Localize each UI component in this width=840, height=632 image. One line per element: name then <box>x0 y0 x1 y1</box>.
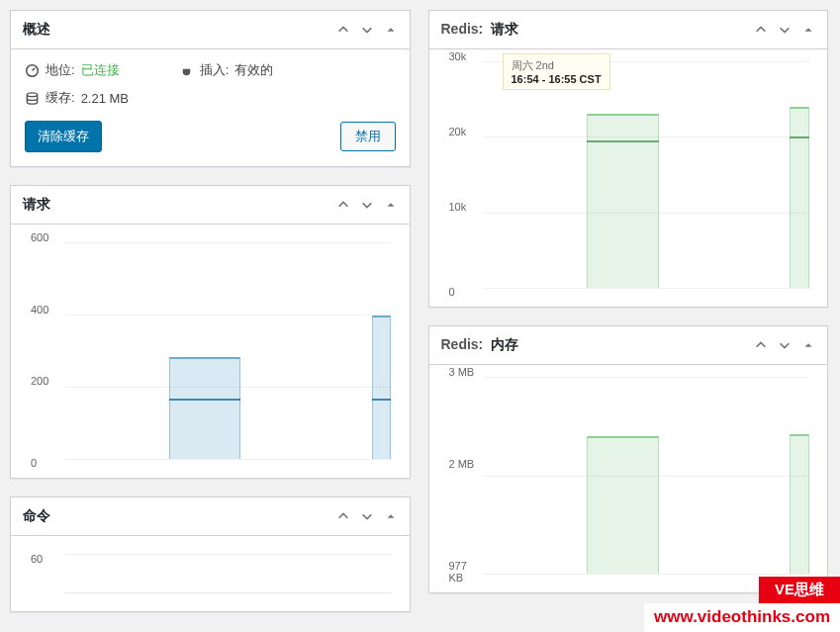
chart-series-fill <box>790 434 809 574</box>
cache-value: 2.21 MB <box>81 91 129 106</box>
plot-area <box>64 242 392 460</box>
y-tick-label: 600 <box>31 231 66 243</box>
cache-label: 缓存: <box>46 89 75 107</box>
flush-cache-button[interactable]: 清除缓存 <box>25 121 102 152</box>
y-tick-label: 200 <box>31 375 66 387</box>
gauge-icon <box>25 63 40 78</box>
plot-area <box>483 61 810 289</box>
collapse-up-icon[interactable] <box>754 23 768 37</box>
disable-button[interactable]: 禁用 <box>340 122 396 151</box>
tooltip-body: 16:54 - 16:55 CST <box>512 73 602 85</box>
panel-body-overview: 地位: 已连接 插入: 有效的 缓存: 2.21 MB <box>11 49 410 166</box>
chart-requests: 6004002000 <box>25 236 396 464</box>
y-tick-label: 10k <box>449 201 485 213</box>
watermark-url: www.videothinks.com <box>644 603 840 632</box>
panel-body-requests: 6004002000 <box>11 225 410 478</box>
chart-redis-requests: 30k20k10k0周六 2nd16:54 - 16:55 CST <box>443 55 814 293</box>
panel-redis-memory: Redis: 内存 3 MB2 MB977 KB <box>428 325 829 593</box>
panel-header-requests[interactable]: 请求 <box>11 186 410 225</box>
panel-redis-requests: Redis: 请求 30k20k10k0周六 2nd16:54 - 16:55 … <box>428 10 829 308</box>
y-tick-label: 977 KB <box>449 560 485 584</box>
y-axis-ticks: 6004002000 <box>31 236 66 464</box>
toggle-icon[interactable] <box>801 338 815 352</box>
chart-series-fill <box>372 316 392 459</box>
panel-commands: 命令 60 <box>10 497 411 612</box>
collapse-down-icon[interactable] <box>778 23 792 37</box>
svg-point-1 <box>27 92 37 96</box>
toggle-icon[interactable] <box>384 198 398 212</box>
chart-series-line <box>372 399 392 401</box>
location-value: 已连接 <box>81 61 120 79</box>
collapse-down-icon[interactable] <box>360 509 374 523</box>
chart-series-line <box>790 136 809 138</box>
y-axis-ticks: 3 MB2 MB977 KB <box>449 371 485 579</box>
y-tick-label: 400 <box>31 304 66 316</box>
panel-prefix: Redis: <box>441 21 484 37</box>
status-plugin: 插入: 有效的 <box>179 61 274 79</box>
panel-header-overview[interactable]: 概述 <box>11 11 410 49</box>
panel-title: 请求 <box>23 196 336 214</box>
panel-body-redis-requests: 30k20k10k0周六 2nd16:54 - 16:55 CST <box>429 49 828 307</box>
chart-commands: 60 <box>25 548 396 597</box>
plot-area <box>483 377 810 575</box>
plugin-value: 有效的 <box>234 61 273 79</box>
y-tick-label: 2 MB <box>449 458 485 470</box>
collapse-up-icon[interactable] <box>336 509 350 523</box>
collapse-down-icon[interactable] <box>360 23 374 37</box>
chart-series-line <box>587 140 659 142</box>
toggle-icon[interactable] <box>384 23 398 37</box>
y-tick-label: 60 <box>31 553 66 565</box>
chart-tooltip: 周六 2nd16:54 - 16:55 CST <box>503 53 610 90</box>
panel-title-text: 内存 <box>491 336 518 352</box>
panel-title: Redis: 请求 <box>441 21 755 39</box>
y-axis-ticks: 60 <box>31 548 66 597</box>
location-label: 地位: <box>46 61 75 79</box>
panel-title: 概述 <box>23 21 336 39</box>
chart-series-fill <box>587 436 659 574</box>
panel-title: Redis: 内存 <box>441 336 755 354</box>
tooltip-title: 周六 2nd <box>512 58 602 73</box>
panel-overview: 概述 地位: 已连接 插入: 有效的 <box>10 10 411 167</box>
panel-header-redis-memory[interactable]: Redis: 内存 <box>429 326 828 365</box>
y-tick-label: 30k <box>449 50 485 62</box>
panel-header-commands[interactable]: 命令 <box>11 497 410 536</box>
watermark-tag: VE思维 <box>759 577 840 603</box>
plug-icon <box>179 63 194 78</box>
y-tick-label: 20k <box>449 126 485 137</box>
database-icon <box>25 91 40 106</box>
toggle-icon[interactable] <box>801 23 815 37</box>
status-cache: 缓存: 2.21 MB <box>25 89 129 107</box>
toggle-icon[interactable] <box>384 509 398 523</box>
collapse-up-icon[interactable] <box>336 23 350 37</box>
watermark: VE思维 www.videothinks.com <box>644 577 840 632</box>
panel-title-text: 请求 <box>491 21 518 37</box>
status-location: 地位: 已连接 <box>25 61 120 79</box>
chart-redis-memory: 3 MB2 MB977 KB <box>443 371 814 579</box>
collapse-up-icon[interactable] <box>754 338 768 352</box>
collapse-down-icon[interactable] <box>360 198 374 212</box>
panel-body-commands: 60 <box>11 536 410 611</box>
panel-requests: 请求 6004002000 <box>10 185 411 479</box>
collapse-up-icon[interactable] <box>336 198 350 212</box>
plot-area <box>64 554 392 593</box>
chart-series-line <box>169 399 241 401</box>
y-tick-label: 3 MB <box>449 366 485 378</box>
panel-prefix: Redis: <box>441 336 484 352</box>
collapse-down-icon[interactable] <box>778 338 792 352</box>
panel-header-redis-requests[interactable]: Redis: 请求 <box>429 11 828 49</box>
plugin-label: 插入: <box>200 61 230 79</box>
y-tick-label: 0 <box>31 457 66 469</box>
chart-series-fill <box>169 357 241 459</box>
panel-title: 命令 <box>23 507 336 525</box>
panel-body-redis-memory: 3 MB2 MB977 KB <box>429 365 828 592</box>
y-axis-ticks: 30k20k10k0 <box>449 55 485 293</box>
y-tick-label: 0 <box>449 286 485 298</box>
chart-series-fill <box>587 114 659 288</box>
chart-series-fill <box>790 107 809 288</box>
